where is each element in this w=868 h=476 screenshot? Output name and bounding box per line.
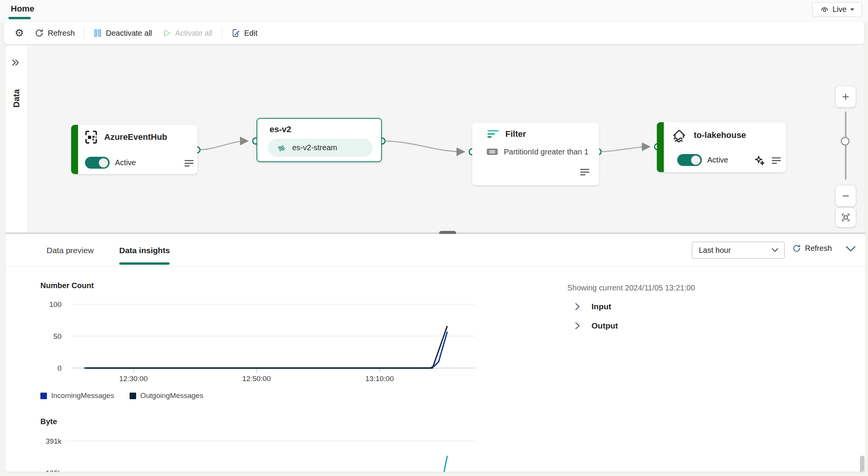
zoom-slider-track[interactable] [845, 111, 846, 180]
legend-swatch [40, 393, 47, 399]
play-icon [163, 28, 171, 38]
refresh-label: Refresh [48, 29, 75, 38]
activate-all-label: Activate all [175, 29, 212, 38]
node-active-bar [657, 122, 664, 172]
editor-surface: Data [5, 45, 865, 472]
event-hub-icon [83, 129, 99, 145]
insights-panel: Data preview Data insights Last hour Ref… [5, 234, 865, 472]
filter-icon [487, 129, 499, 139]
y-tick-label: 195k [46, 469, 62, 472]
node-active-bar [71, 125, 78, 174]
zoom-out-button[interactable] [836, 186, 856, 206]
double-chevron-right-icon [11, 58, 21, 67]
toolbar-separator [84, 27, 84, 40]
tab-data-preview[interactable]: Data preview [47, 246, 94, 255]
stream-item[interactable]: es-v2-stream [268, 139, 373, 157]
list-icon[interactable] [771, 157, 781, 165]
tab-data-insights[interactable]: Data insights [119, 246, 170, 255]
output-section-label: Output [591, 321, 618, 330]
y-tick-label: 0 [57, 364, 62, 372]
eventstream-app: Home Live ⚙ Refresh [0, 0, 868, 476]
node-title: es-v2 [270, 124, 291, 134]
ribbon-toolbar: ⚙ Refresh Deactivate all Activate all [4, 22, 864, 44]
tab-home[interactable]: Home [11, 4, 34, 14]
tab-active-indicator [119, 262, 170, 265]
collapse-panel-button[interactable] [845, 245, 856, 254]
settings-button[interactable]: ⚙ [9, 25, 29, 41]
live-mode-dropdown[interactable]: Live [812, 2, 862, 17]
data-panel-label: Data [12, 77, 22, 108]
toggle-label: Active [707, 156, 728, 164]
app-header: Home Live [0, 0, 868, 22]
activate-all-button[interactable]: Activate all [157, 25, 218, 41]
toggle-label: Active [115, 158, 136, 167]
y-tick-label: 100 [49, 300, 62, 308]
active-toggle[interactable] [85, 157, 110, 169]
series-line-IncomingMessages [84, 332, 447, 368]
fit-to-screen-button[interactable] [836, 208, 856, 227]
node-lakehouse-destination[interactable]: to-lakehouse Active [657, 122, 786, 172]
output-section-row[interactable]: Output [573, 321, 618, 330]
edge-filter-to-destination [598, 147, 649, 152]
sparkle-icon[interactable] [754, 155, 766, 167]
input-section-row[interactable]: Input [573, 302, 611, 311]
node-title: AzureEventHub [104, 132, 167, 142]
time-range-select[interactable]: Last hour [692, 242, 785, 259]
chevron-right-icon [573, 322, 581, 330]
input-section-label: Input [591, 302, 611, 311]
node-azure-event-hub[interactable]: AzureEventHub Active [71, 125, 197, 174]
pause-icon [93, 28, 102, 38]
node-title: to-lakehouse [694, 130, 746, 140]
insights-status-text: Showing current 2024/11/05 13:21:00 [567, 284, 695, 292]
y-tick-label: 50 [53, 332, 62, 340]
caret-down-icon [850, 8, 855, 11]
series-line-OutgoingMessages [86, 326, 447, 368]
active-toggle[interactable] [677, 154, 702, 166]
live-label: Live [833, 5, 847, 14]
chevron-right-icon [573, 302, 581, 311]
circular-arrow-icon [35, 28, 44, 38]
node-title: Filter [505, 129, 526, 139]
zoom-in-button[interactable] [836, 86, 856, 107]
legend-label: OutgoingMessages [140, 391, 203, 400]
toggle-knob [691, 156, 700, 165]
series-line-bytes [437, 456, 447, 472]
minus-icon [841, 191, 850, 201]
tab-home-active-indicator [8, 17, 31, 19]
legend-item: OutgoingMessages [130, 391, 203, 400]
node-eventstream[interactable]: es-v2 es-v2-stream [257, 118, 382, 162]
toggle-knob [99, 158, 108, 168]
list-icon[interactable] [580, 168, 590, 177]
filter-condition: PartitionId greater than 1 [504, 148, 588, 156]
insights-refresh-button[interactable]: Refresh [792, 244, 832, 253]
expand-panel-button[interactable] [11, 58, 21, 68]
list-icon[interactable] [184, 159, 194, 168]
toolbar-separator [222, 27, 222, 40]
time-range-value: Last hour [699, 246, 731, 255]
deactivate-all-button[interactable]: Deactivate all [88, 25, 157, 41]
chevron-down-icon [771, 248, 778, 252]
zoom-slider-handle[interactable] [841, 137, 850, 146]
eye-icon [820, 5, 829, 14]
fit-screen-icon [841, 212, 851, 222]
legend-label: IncomingMessages [51, 391, 114, 400]
pencil-icon [231, 28, 240, 38]
refresh-button[interactable]: Refresh [29, 25, 80, 41]
circular-arrow-icon [792, 244, 801, 253]
y-tick-label: 391k [46, 437, 62, 445]
x-tick-label: 13:10:00 [365, 375, 394, 383]
x-tick-label: 12:30:00 [119, 375, 148, 383]
edit-button[interactable]: Edit [226, 25, 263, 41]
plus-icon [841, 92, 850, 101]
chevron-down-icon [845, 245, 856, 252]
legend-swatch [130, 393, 136, 399]
node-filter[interactable]: Filter PartitionId greater than 1 [472, 123, 599, 185]
field-icon [486, 147, 498, 156]
edit-label: Edit [244, 29, 257, 38]
byte-chart: 391k195k [29, 433, 491, 472]
chart-legend: IncomingMessagesOutgoingMessages [40, 391, 203, 400]
deactivate-all-label: Deactivate all [106, 29, 152, 38]
panel-scrollbar-thumb[interactable] [860, 456, 865, 472]
chart-title-byte: Byte [40, 417, 57, 426]
stream-wave-icon [277, 143, 287, 153]
